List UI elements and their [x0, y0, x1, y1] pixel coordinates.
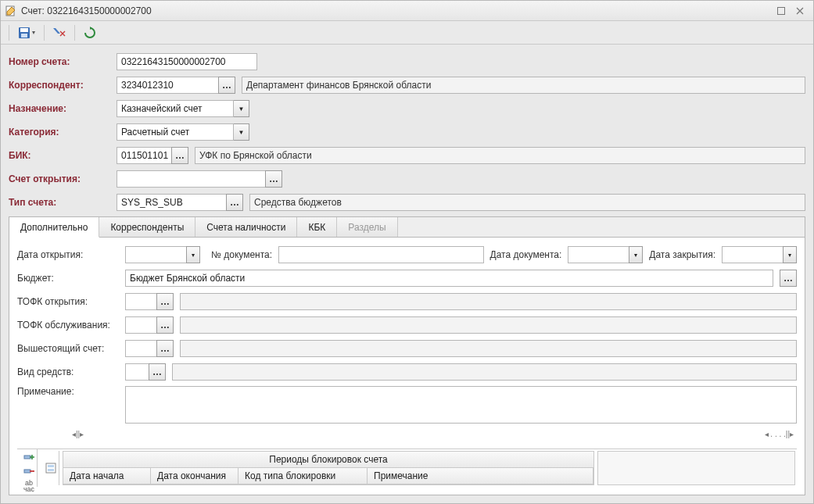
dropdown-icon[interactable]: ▼: [234, 100, 249, 117]
funds-type-lookup-button[interactable]: …: [149, 363, 166, 381]
tab-additional[interactable]: Дополнительно: [9, 217, 99, 238]
col-block-type[interactable]: Код типа блокировки: [238, 468, 368, 484]
close-date-label: Дата закрытия:: [649, 249, 715, 260]
close-button[interactable]: [791, 4, 809, 18]
tab-sections[interactable]: Разделы: [337, 217, 397, 237]
app-edit-icon: [5, 5, 16, 16]
tofk-open-lookup-button[interactable]: …: [156, 293, 174, 310]
delete-row-button[interactable]: [19, 465, 39, 477]
detail-toggle-button[interactable]: [41, 452, 61, 484]
tab-additional-body: Дата открытия: ▾ № документа: Дата докум…: [9, 238, 805, 495]
bik-lookup-button[interactable]: …: [171, 147, 188, 164]
funds-type-name-display: [172, 363, 797, 381]
account-number-input[interactable]: 03221643150000002700: [117, 53, 257, 70]
col-start-date[interactable]: Дата начала: [63, 468, 151, 484]
doc-number-input[interactable]: [278, 246, 484, 263]
account-window: Счет: 03221643150000002700 ▾ Номер счета…: [0, 0, 814, 504]
calendar-dropdown-icon[interactable]: ▾: [186, 246, 200, 263]
correspondent-code-input[interactable]: 3234012310: [117, 77, 218, 94]
purpose-select[interactable]: Казначейский счет: [117, 100, 234, 117]
svg-rect-6: [24, 470, 30, 473]
tofk-service-name-display: [180, 316, 797, 334]
account-type-code-input[interactable]: SYS_RS_SUB: [117, 194, 226, 211]
add-row-button[interactable]: [19, 451, 39, 463]
tofk-service-code-input[interactable]: [125, 316, 156, 334]
tab-cash-accounts[interactable]: Счета наличности: [195, 217, 297, 237]
account-type-label: Тип счета:: [9, 197, 110, 208]
block-periods-grid: Периоды блокировок счета Дата начала Дат…: [63, 451, 594, 485]
tab-correspondents[interactable]: Корреспонденты: [99, 217, 195, 237]
changes-button[interactable]: аbчас: [19, 479, 39, 493]
dropdown-icon[interactable]: ▼: [234, 123, 249, 141]
budget-input[interactable]: Бюджет Брянской области: [125, 270, 773, 287]
open-date-input[interactable]: [125, 246, 186, 263]
toolbar-separator: [9, 25, 9, 41]
account-number-label: Номер счета:: [9, 56, 110, 67]
parent-account-code-input[interactable]: [125, 340, 156, 357]
content: Номер счета: 03221643150000002700 Коррес…: [1, 45, 813, 503]
parent-account-name-display: [180, 340, 797, 357]
notes-label: Примечание:: [17, 386, 119, 397]
tofk-service-label: ТОФК обслуживания:: [17, 320, 119, 331]
grid-header-row: Дата начала Дата окончания Код типа блок…: [63, 468, 593, 484]
bik-code-input[interactable]: 011501101: [117, 147, 171, 164]
parent-account-label: Вышестоящий счет:: [17, 343, 119, 354]
doc-number-label: № документа:: [211, 249, 272, 260]
tab-bar: Дополнительно Корреспонденты Счета налич…: [9, 217, 805, 238]
save-button[interactable]: ▾: [14, 23, 39, 42]
correspondent-label: Корреспондент:: [9, 80, 110, 91]
correspondent-name-display: Департамент финансов Брянской области: [242, 77, 805, 94]
block-periods-area: аbчас Периоды блокировок счета Дата нача…: [17, 449, 797, 487]
budget-label: Бюджет:: [17, 273, 119, 284]
opening-account-label: Счет открытия:: [9, 173, 110, 184]
svg-rect-1: [778, 7, 785, 14]
notes-textarea[interactable]: [125, 386, 797, 424]
doc-date-label: Дата документа:: [490, 249, 562, 260]
parent-account-lookup-button[interactable]: …: [156, 340, 174, 357]
svg-rect-5: [24, 456, 30, 459]
dropdown-icon: ▾: [32, 29, 35, 36]
opening-account-input[interactable]: [117, 170, 265, 188]
aux-panel: [597, 451, 795, 485]
account-type-name-display: Средства бюджетов: [249, 194, 805, 211]
tofk-service-lookup-button[interactable]: …: [156, 316, 174, 334]
toolbar: ▾: [1, 21, 813, 45]
correspondent-lookup-button[interactable]: …: [218, 77, 235, 94]
opening-account-lookup-button[interactable]: …: [265, 170, 282, 188]
window-title: Счет: 03221643150000002700: [21, 5, 773, 16]
open-date-label: Дата открытия:: [17, 249, 119, 260]
budget-lookup-button[interactable]: …: [780, 270, 797, 287]
grid-title: Периоды блокировок счета: [63, 452, 593, 468]
toolbar-separator: [74, 25, 75, 41]
svg-rect-9: [48, 469, 54, 471]
maximize-button[interactable]: [773, 4, 790, 18]
toolbar-separator: [44, 25, 45, 41]
svg-rect-4: [21, 34, 27, 38]
tofk-open-label: ТОФК открытия:: [17, 296, 119, 307]
bik-name-display: УФК по Брянской области: [195, 147, 805, 164]
account-type-lookup-button[interactable]: …: [226, 194, 243, 211]
titlebar: Счет: 03221643150000002700: [1, 1, 813, 21]
svg-rect-7: [46, 463, 56, 473]
tab-container: Дополнительно Корреспонденты Счета налич…: [9, 216, 805, 495]
tab-kbk[interactable]: КБК: [297, 217, 337, 237]
purpose-label: Назначение:: [9, 103, 110, 114]
col-notes[interactable]: Примечание: [368, 468, 593, 484]
refresh-button[interactable]: [80, 23, 100, 42]
category-select[interactable]: Расчетный счет: [117, 123, 234, 141]
close-date-input[interactable]: [722, 246, 783, 263]
tofk-open-name-display: [180, 293, 797, 310]
calendar-dropdown-icon[interactable]: ▾: [629, 246, 643, 263]
category-label: Категория:: [9, 127, 110, 138]
scroll-indicators: ◂||▸ ◂ . . . .||▸: [17, 428, 797, 439]
funds-type-label: Вид средств:: [17, 366, 119, 377]
col-end-date[interactable]: Дата окончания: [151, 468, 238, 484]
doc-date-input[interactable]: [568, 246, 629, 263]
bik-label: БИК:: [9, 150, 110, 161]
clear-filter-button[interactable]: [49, 23, 70, 42]
svg-rect-3: [20, 28, 28, 32]
funds-type-code-input[interactable]: [125, 363, 149, 381]
tofk-open-code-input[interactable]: [125, 293, 156, 310]
svg-rect-8: [48, 465, 54, 467]
calendar-dropdown-icon[interactable]: ▾: [783, 246, 797, 263]
